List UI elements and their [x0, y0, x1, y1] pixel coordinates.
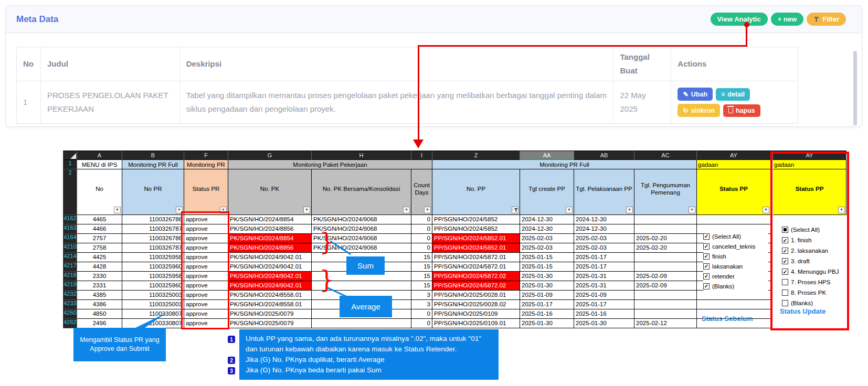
cell-4162-z[interactable]: PP/SGN/HO/2024/5852	[432, 215, 520, 224]
cell-4210-a[interactable]: 2758	[77, 243, 122, 253]
column-letter-A[interactable]: A	[77, 151, 122, 160]
cell-4260-aa[interactable]: 2025-01-16	[520, 309, 574, 319]
cell-4232-g[interactable]: PK/SGN/HO/2024/8558.01	[228, 291, 312, 300]
cell-4262-z[interactable]: PP/SGN/HO/2025/0109.01	[432, 319, 520, 328]
column-letter-F[interactable]: F	[184, 151, 228, 160]
sheet-header-no_pk_bersama[interactable]: No. PK Bersama/Konsolidasi▼	[312, 169, 411, 215]
cell-4232-ay1[interactable]	[697, 291, 771, 300]
group-header-ghi[interactable]: Monitoring Paket Pekerjaan	[228, 160, 432, 169]
cell-4214-aa[interactable]: 2025-01-15	[520, 253, 574, 262]
cell-4217-ac[interactable]	[634, 262, 697, 272]
cell-4163-ab[interactable]: 2024-12-30	[574, 224, 634, 234]
column-letter-Z[interactable]: Z	[432, 151, 520, 160]
cell-4163-ac[interactable]	[634, 224, 697, 234]
filter-dropdown-icon[interactable]: ▼	[763, 207, 769, 213]
row-header-4162[interactable]: 4162	[63, 215, 77, 224]
cell-4233-aa[interactable]: 2025-01-17	[520, 300, 574, 309]
cell-4214-z[interactable]: PP/SGN/HO/2024/5872.01	[432, 253, 520, 262]
cell-4233-z[interactable]: PP/SGN/HO/2025/0028.02	[432, 300, 520, 309]
cell-4163-g[interactable]: PK/SGN/HO/2024/8856	[228, 224, 312, 234]
group-header-b[interactable]: Monitoring PR Full	[122, 160, 184, 169]
checkbox-checked[interactable]: ✓	[703, 273, 710, 280]
cell-4214-g[interactable]: PK/SGN/HO/2024/9042.01	[228, 253, 312, 262]
cell-4214-ac[interactable]	[634, 253, 697, 262]
row-header-4217[interactable]: 4217	[63, 262, 77, 272]
filter-applied-icon[interactable]: ↑	[512, 207, 518, 213]
column-letter-AB[interactable]: AB	[574, 151, 634, 160]
sheet-header-tgl_pelaksanaan[interactable]: Tgl. Pelaksanaan PP▼	[574, 169, 634, 215]
cell-4232-z[interactable]: PP/SGN/HO/2025/0028.01	[432, 291, 520, 300]
cell-4210-i[interactable]: 0	[411, 243, 432, 253]
cell-4162-ab[interactable]: 2024-12-30	[574, 215, 634, 224]
cell-4214-i[interactable]: 15	[411, 253, 432, 262]
cell-4219-g[interactable]: PK/SGN/HO/2024/9042.01	[228, 281, 312, 291]
row-header-4163[interactable]: 4163	[63, 224, 77, 234]
cell-4260-ac[interactable]	[634, 309, 697, 319]
cell-4164-ac[interactable]: 2025-02-20	[634, 234, 697, 243]
cell-4218-i[interactable]: 15	[411, 272, 432, 281]
cell-4262-g[interactable]: PK/SGN/HO/2025/0079	[228, 319, 312, 328]
cell-4218-g[interactable]: PK/SGN/HO/2024/9042.01	[228, 272, 312, 281]
cell-4217-b[interactable]: 1100325960	[122, 262, 184, 272]
cell-4162-i[interactable]: 0	[411, 215, 432, 224]
cell-4217-z[interactable]: PP/SGN/HO/2024/5872.01	[432, 262, 520, 272]
cell-4163-b[interactable]: 1100326787	[122, 224, 184, 234]
filter-dropdown-icon[interactable]: ▼	[114, 207, 121, 213]
cell-4210-ab[interactable]: 2025-02-03	[574, 243, 634, 253]
row-header-4233[interactable]: 4233	[63, 300, 77, 309]
cell-4162-aa[interactable]: 2024-12-30	[520, 215, 574, 224]
cell-4162-ac[interactable]	[634, 215, 697, 224]
detail-button[interactable]: ≡detail	[716, 88, 750, 101]
cell-4232-i[interactable]: 3	[411, 291, 432, 300]
sinkron-button[interactable]: ↻sinkron	[678, 104, 720, 117]
group-header-ay1[interactable]: gadaan	[697, 160, 771, 169]
checkbox-checked[interactable]: ✓	[703, 243, 710, 250]
cell-4162-ay1[interactable]	[697, 215, 771, 224]
sheet-header-status_pr[interactable]: Status PR▼	[184, 169, 228, 215]
row-header-4214[interactable]: 4214	[63, 253, 77, 262]
checkbox-checked[interactable]: ✓	[703, 263, 710, 270]
row-header-4218[interactable]: 4218	[63, 272, 77, 281]
cell-4233-ay1[interactable]	[697, 300, 771, 309]
cell-4210-b[interactable]: 1100326787	[122, 243, 184, 253]
cell-4219-a[interactable]: 2331	[77, 281, 122, 291]
cell-4164-i[interactable]: 0	[411, 234, 432, 243]
cell-4218-aa[interactable]: 2025-01-30	[520, 272, 574, 281]
filter-dropdown-icon[interactable]: ▼	[689, 207, 695, 213]
cell-4233-b[interactable]: 1100325003	[122, 300, 184, 309]
row-header-1[interactable]: 1	[63, 160, 77, 169]
column-letter-B[interactable]: B	[122, 151, 184, 160]
cell-4262-a[interactable]: 2496	[77, 319, 122, 328]
sheet-header-no[interactable]: No▼	[77, 169, 122, 215]
cell-4219-aa[interactable]: 2025-01-30	[520, 281, 574, 291]
cell-4218-z[interactable]: PP/SGN/HO/2024/5872.02	[432, 272, 520, 281]
sheet-header-no_pp[interactable]: No. PP↑	[432, 169, 520, 215]
cell-4214-ab[interactable]: 2025-01-17	[574, 253, 634, 262]
cell-4210-aa[interactable]: 2025-02-03	[520, 243, 574, 253]
hapus-button[interactable]: hapus	[723, 104, 760, 117]
cell-4217-ab[interactable]: 2025-01-17	[574, 262, 634, 272]
row-header-4219[interactable]: 4219	[63, 281, 77, 291]
cell-4218-ac[interactable]: 2025-02-09	[634, 272, 697, 281]
cell-4163-a[interactable]: 4466	[77, 224, 122, 234]
cell-4232-a[interactable]: 4385	[77, 291, 122, 300]
cell-4163-z[interactable]: PP/SGN/HO/2024/5852	[432, 224, 520, 234]
cell-4219-b[interactable]: 1100325960	[122, 281, 184, 291]
ubah-button[interactable]: ✎Ubah	[678, 88, 713, 101]
row-header-4262[interactable]: 4262	[63, 319, 77, 328]
cell-4162-a[interactable]: 4465	[77, 215, 122, 224]
cell-4164-aa[interactable]: 2025-02-03	[520, 234, 574, 243]
cell-4164-ab[interactable]: 2025-02-03	[574, 234, 634, 243]
cell-4164-a[interactable]: 2757	[77, 234, 122, 243]
filter-item-finish[interactable]: ✓finish	[703, 251, 768, 261]
cell-4262-h[interactable]	[312, 319, 411, 328]
column-letter-AY[interactable]: AY	[697, 151, 771, 160]
filter-dropdown-icon[interactable]: ▼	[566, 207, 573, 213]
column-letter-I[interactable]: I	[411, 151, 432, 160]
select-all-corner[interactable]	[63, 151, 77, 160]
cell-4162-h[interactable]: PK/SGN/HO/2024/9068	[312, 215, 411, 224]
group-header-a[interactable]: MENU di IPS	[77, 160, 122, 169]
column-letter-G[interactable]: G	[228, 151, 312, 160]
filter-dropdown-icon[interactable]: ▼	[626, 207, 633, 213]
sheet-header-no_pr[interactable]: No PR▼	[122, 169, 184, 215]
